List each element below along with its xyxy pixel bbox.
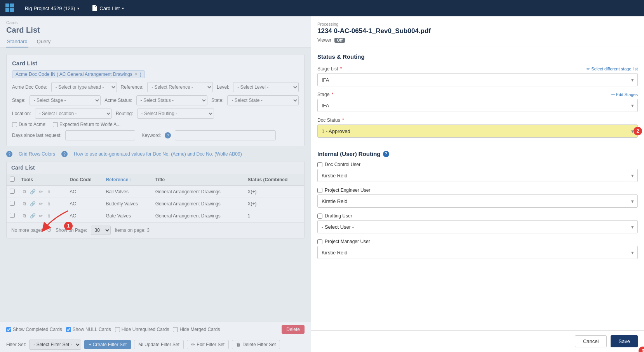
routing-checkbox-label-3[interactable]: Project Manager User (317, 239, 638, 244)
refresh-icon[interactable]: ↺ (47, 227, 52, 233)
tool-link-icon[interactable]: 🔗 (29, 200, 36, 207)
tool-info-icon[interactable]: ℹ (45, 200, 52, 207)
days-label: Days since last request: (12, 133, 61, 138)
show-on-page-select[interactable]: 30 50 100 (91, 226, 111, 235)
doc-status-select[interactable]: 1 - Approved (317, 124, 638, 138)
tab-query[interactable]: Query (36, 36, 51, 47)
tool-copy-icon[interactable]: ⧉ (21, 212, 28, 219)
days-input[interactable] (65, 130, 135, 140)
tool-info-icon[interactable]: ℹ (45, 212, 52, 219)
doc-status-field: Doc Status * 1 - Approved 2 (317, 117, 638, 138)
location-select[interactable]: - Select Location - (35, 109, 112, 119)
keyword-help-icon[interactable]: ? (165, 132, 171, 138)
page-selector[interactable]: Card List ▾ (89, 4, 127, 13)
col-reference[interactable]: Reference ↑ (103, 174, 152, 186)
stage-select[interactable]: - Select Stage - (30, 95, 101, 105)
routing-user-select-0[interactable]: Kirstie Reid (317, 169, 638, 182)
keyword-input[interactable] (175, 130, 276, 140)
filter-tag-remove[interactable]: × (135, 72, 138, 77)
left-panel: Cards Card List Standard Query Card List… (0, 16, 311, 352)
edit-stages-link[interactable]: ✏ Edit Stages (611, 92, 638, 97)
hide-unrequired-checkbox[interactable]: Hide Unrequired Cards (115, 327, 169, 332)
hide-unrequired-label: Hide Unrequired Cards (122, 327, 169, 332)
badge-2: 2 (634, 127, 642, 135)
routing-checkbox-label-1[interactable]: Project Engineer User (317, 187, 638, 193)
page-name: Card List (99, 5, 120, 11)
routing-help-icon[interactable]: ? (383, 151, 389, 157)
routing-user-select-1[interactable]: Kirstie Reid (317, 194, 638, 208)
project-selector[interactable]: Big Project 4529 (123) ▾ (22, 4, 82, 13)
tool-copy-icon[interactable]: ⧉ (21, 188, 28, 195)
show-completed-checkbox[interactable]: Show Completed Cards (6, 327, 62, 332)
show-null-input[interactable] (66, 327, 71, 332)
row-checkbox-2[interactable] (10, 213, 15, 218)
routing-label: Routing: (116, 111, 133, 116)
save-button[interactable]: Save (611, 335, 638, 347)
row-reference-2: Gate Valves (103, 210, 152, 222)
filter-set-select[interactable]: - Select Filter Set - (29, 340, 81, 350)
hide-unrequired-input[interactable] (115, 327, 120, 332)
help-links: ? Grid Rows Colors ? How to use auto-gen… (6, 151, 305, 157)
routing-checkbox-label-0[interactable]: Doc Control User (317, 162, 638, 167)
tool-edit-icon[interactable]: ✏ (37, 212, 44, 219)
right-panel: Processing 1234 0-AC-0654-1_Rev0_Sub004.… (311, 16, 644, 352)
stage-list-select[interactable]: IFA (317, 73, 638, 86)
delete-filter-btn[interactable]: 🗑 Delete Filter Set (232, 340, 280, 349)
routing-user-select-2[interactable]: - Select User - (317, 220, 638, 233)
delete-button[interactable]: Delete (282, 325, 305, 334)
select-all-checkbox[interactable] (10, 177, 15, 182)
due-to-acme-input[interactable] (12, 122, 17, 127)
project-name: Big Project 4529 (123) (25, 5, 75, 11)
tool-link-icon[interactable]: 🔗 (29, 188, 36, 195)
row-checkbox-0[interactable] (10, 189, 15, 194)
doc-status-label-row: Doc Status * (317, 117, 638, 123)
routing-checkbox-0[interactable] (317, 162, 322, 167)
help-icon-grid[interactable]: ? (6, 151, 12, 157)
show-null-checkbox[interactable]: Show NULL Cards (66, 327, 111, 332)
hide-merged-checkbox[interactable]: Hide Merged Cards (173, 327, 220, 332)
hide-merged-input[interactable] (173, 327, 178, 332)
tool-copy-icon[interactable]: ⧉ (21, 200, 28, 207)
create-filter-btn[interactable]: + Create Filter Set (84, 340, 131, 349)
show-completed-input[interactable] (6, 327, 11, 332)
doc-code-select[interactable]: - Select or type ahead - (51, 82, 117, 92)
routing-user-select-3[interactable]: Kirstie Reid (317, 246, 638, 259)
routing-select-wrapper-3: Kirstie Reid (317, 246, 638, 259)
reference-select[interactable]: - Select Reference - (147, 82, 213, 92)
state-label: State: (211, 98, 223, 103)
edit-filter-btn[interactable]: ✏ Edit Filter Set (187, 340, 229, 349)
acme-status-select[interactable]: - Select Status - (136, 95, 208, 105)
table-row: ⧉ 🔗 ✏ ℹ AC Gate Valves General Arrangeme… (7, 210, 304, 222)
tab-standard[interactable]: Standard (6, 36, 28, 47)
routing-checkbox-1[interactable] (317, 188, 322, 193)
stage-select-right[interactable]: IFA (317, 99, 638, 112)
tool-link-icon[interactable]: 🔗 (29, 212, 36, 219)
grid-rows-link[interactable]: Grid Rows Colors (19, 151, 55, 157)
state-select[interactable]: - Select State - (227, 95, 299, 105)
routing-checkbox-label-2[interactable]: Drafting User (317, 213, 638, 219)
viewer-row: Viewer Off (317, 37, 638, 43)
auto-gen-link[interactable]: How to use auto-generated values for Doc… (74, 151, 242, 157)
select-different-stage-link[interactable]: ✏ Select different stage list (587, 67, 638, 72)
tool-edit-icon[interactable]: ✏ (37, 188, 44, 195)
routing-checkbox-2[interactable] (317, 214, 322, 219)
update-filter-btn[interactable]: 🖫 Update Filter Set (134, 340, 184, 349)
stage-list-label-text: Stage List * (317, 66, 342, 72)
pencil-icon: ✏ (587, 67, 590, 72)
row-checkbox-1[interactable] (10, 201, 15, 206)
chevron-down-icon: ▾ (77, 6, 79, 11)
help-icon-auto[interactable]: ? (61, 151, 68, 157)
row-tools-0: ⧉ 🔗 ✏ ℹ (18, 186, 66, 198)
filter-row-3: Location: - Select Location - Routing: -… (12, 109, 299, 119)
level-select[interactable]: - Select Level - (233, 82, 299, 92)
routing-select[interactable]: - Select Routing - (137, 109, 214, 119)
tool-edit-icon[interactable]: ✏ (37, 200, 44, 207)
viewer-label: Viewer (317, 37, 331, 43)
routing-checkbox-3[interactable] (317, 239, 322, 244)
tool-info-icon[interactable]: ℹ (45, 188, 52, 195)
app-logo[interactable] (5, 3, 16, 14)
cancel-button[interactable]: Cancel (575, 335, 607, 347)
expected-return-checkbox[interactable]: Expected Return to Wolfe A... (53, 122, 120, 127)
expected-return-input[interactable] (53, 122, 58, 127)
due-to-acme-checkbox[interactable]: Due to Acme: (12, 122, 47, 127)
